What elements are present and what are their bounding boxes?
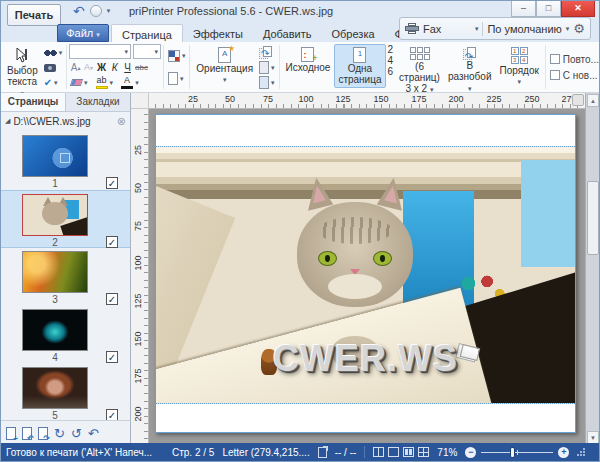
book-view-button[interactable] <box>373 447 384 457</box>
repeat-checkbox[interactable] <box>550 54 560 64</box>
hruler-label: 75 <box>258 94 278 104</box>
bold-button[interactable]: Ж <box>95 60 108 74</box>
order-button[interactable]: 1234 Порядок ▾ <box>496 44 543 90</box>
from-new-page-checkbox[interactable] <box>550 70 560 80</box>
vertical-scrollbar[interactable]: ▲ ▼ <box>585 93 599 445</box>
underline-button[interactable]: Ч <box>121 60 134 74</box>
minimize-button[interactable]: – <box>511 1 536 17</box>
page-checkbox[interactable]: ✓ <box>106 351 118 363</box>
rotate-ccw-button[interactable]: ↺ <box>71 427 82 440</box>
from-new-page-option: С нов... <box>550 70 599 81</box>
orientation-button[interactable]: A ★ Ориентация ▾ <box>192 44 257 88</box>
page-color-button[interactable]: ▾ <box>166 48 188 63</box>
insert-page-before-button[interactable]: ↶ <box>22 427 32 440</box>
window-controls: – □ ✕ <box>511 1 595 17</box>
document-name[interactable]: D:\\CWER.ws.jpg <box>13 116 113 127</box>
font-size-select[interactable]: ▾ <box>133 44 161 59</box>
sidebar-tab-bookmarks[interactable]: Закладки <box>66 93 130 111</box>
tab-crop[interactable]: Обрезка <box>322 24 385 42</box>
paper-size-indicator[interactable]: Letter (279.4,215.... <box>222 447 309 458</box>
preset-6-pages[interactable]: 6 <box>388 66 394 77</box>
rotate-cw-button[interactable]: ↻ <box>54 427 65 440</box>
paper-button[interactable]: ▾ <box>166 71 186 86</box>
printer-name-select[interactable]: Fax <box>423 23 471 35</box>
preset-4-pages[interactable]: 4 <box>388 55 394 66</box>
snapshot-button[interactable] <box>42 60 65 75</box>
horizontal-ruler[interactable]: 25 50 75 100 125 150 175 200 225 250 275 <box>149 93 585 109</box>
original-layout-button[interactable]: :+ Исходное <box>281 44 334 76</box>
grid-view-button[interactable] <box>418 447 429 457</box>
text-select-cursor-icon <box>13 47 31 65</box>
shuffle-button[interactable]: ↷ В разнобой ▾ <box>444 44 496 97</box>
page-checkbox[interactable]: ✓ <box>106 293 118 305</box>
zoom-slider-handle[interactable] <box>510 447 515 458</box>
single-page-view-button[interactable] <box>388 447 399 457</box>
new-page-button[interactable]: + <box>6 427 16 440</box>
thumbnail-image-1[interactable] <box>22 135 88 177</box>
page-checkbox[interactable]: ✓ <box>106 177 118 189</box>
page-indicator[interactable]: Стр. 2 / 5 <box>172 447 214 458</box>
document-close-icon[interactable]: ⊗ <box>117 115 126 128</box>
page-checkbox[interactable]: ✓ <box>106 409 118 420</box>
refresh-circle-icon[interactable] <box>90 5 102 17</box>
ruler-options-button[interactable] <box>572 94 584 106</box>
scroll-up-button[interactable]: ▲ <box>587 94 599 107</box>
printer-box-divider <box>482 22 483 36</box>
printer-settings-gear-icon[interactable]: ⚙ <box>573 21 585 36</box>
italic-button[interactable]: К <box>108 60 121 74</box>
page-number: 4 <box>22 352 88 363</box>
thumbnail-page-3[interactable]: 3 ✓ <box>1 248 130 306</box>
collapse-icon[interactable]: ◢ <box>5 117 10 125</box>
profile-dropdown-icon[interactable]: ▾ <box>566 25 570 33</box>
file-menu-button[interactable]: Файл ▾ <box>57 24 109 42</box>
preview-canvas[interactable]: CWER.WS <box>149 109 585 445</box>
grow-font-button[interactable]: A▴ <box>69 60 82 74</box>
zoom-out-button[interactable]: − <box>465 447 476 458</box>
tab-insert[interactable]: Добавить <box>253 24 322 42</box>
tab-page[interactable]: Страница <box>111 24 183 42</box>
refresh-pages-button[interactable]: ↷ <box>257 45 277 60</box>
strikethrough-button[interactable]: abc <box>134 60 149 74</box>
undo-icon[interactable]: ↶ <box>73 3 85 19</box>
eraser-button[interactable]: ▾ <box>69 75 90 90</box>
markup-button[interactable]: ✔▾ <box>42 75 65 90</box>
six-pages-button[interactable]: (6 страниц) 3 x 2 ▾ <box>395 44 444 98</box>
page-option-button-1[interactable]: ▾ <box>257 60 277 75</box>
printer-dropdown-icon[interactable]: ▾ <box>475 25 479 33</box>
close-button[interactable]: ✕ <box>561 1 595 17</box>
one-page-button[interactable]: 1 Одна страница <box>334 44 385 88</box>
rotate-180-button[interactable]: ↶ <box>88 427 99 440</box>
preset-2-pages[interactable]: 2 <box>388 44 394 55</box>
resize-grip[interactable] <box>577 448 585 456</box>
facing-pages-view-button[interactable] <box>403 447 414 457</box>
thumbnail-page-4[interactable]: 4 ✓ <box>1 306 130 364</box>
thumbnail-page-5[interactable]: 5 ✓ <box>1 364 130 420</box>
zoom-level[interactable]: 71% <box>437 447 457 458</box>
thumbnail-image-5[interactable] <box>22 367 88 409</box>
page-icon <box>259 61 269 74</box>
thumbnail-image-4[interactable] <box>22 309 88 351</box>
paper-icon[interactable] <box>318 447 327 458</box>
vertical-ruler[interactable]: 25 50 75 100 125 150 175 200 <box>131 109 149 445</box>
tab-effects[interactable]: Эффекты <box>183 24 253 42</box>
zoom-slider[interactable] <box>481 447 553 458</box>
font-color-button[interactable]: A ▾ <box>119 75 141 90</box>
find-button[interactable]: ▾ <box>42 45 65 60</box>
shrink-font-button[interactable]: A▾ <box>82 60 95 74</box>
thumbnail-page-1[interactable]: 1 ✓ <box>1 132 130 190</box>
profile-select[interactable]: По умолчанию <box>487 23 561 35</box>
zoom-in-button[interactable]: + <box>558 447 569 458</box>
maximize-button[interactable]: □ <box>536 1 561 17</box>
thumbnail-page-2[interactable]: 2 ✓ <box>1 190 130 248</box>
highlight-button[interactable]: ab ▾ <box>94 75 116 90</box>
thumbnail-image-3[interactable] <box>22 251 88 293</box>
scrollbar-thumb[interactable] <box>587 181 599 255</box>
insert-page-after-button[interactable]: ↷ <box>38 427 48 440</box>
page-preview[interactable]: CWER.WS <box>155 114 576 433</box>
page-checkbox[interactable]: ✓ <box>106 236 118 248</box>
qat-dropdown-icon[interactable]: ▾ <box>107 7 111 15</box>
sidebar-tab-pages[interactable]: Страницы <box>1 93 66 111</box>
thumbnail-image-2[interactable] <box>22 194 88 236</box>
font-name-select[interactable]: ▾ <box>69 44 131 59</box>
page-option-button-2[interactable]: ▾ <box>257 75 277 90</box>
